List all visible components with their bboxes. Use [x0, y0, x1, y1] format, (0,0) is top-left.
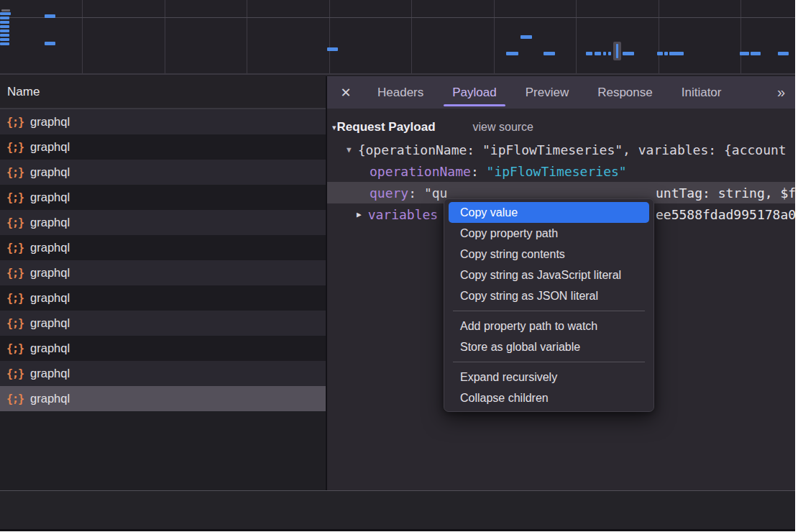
section-title: Request Payload — [337, 120, 436, 134]
json-key: query — [370, 185, 408, 201]
context-menu-item-add-property-path-to-watch[interactable]: Add property path to watch — [449, 316, 649, 336]
json-request-icon: {;} — [6, 393, 24, 405]
timeline-request-bar — [506, 52, 518, 55]
statusbar — [0, 491, 795, 529]
request-row-graphql[interactable]: {;}graphql — [0, 386, 326, 411]
tab-response[interactable]: Response — [583, 76, 667, 109]
request-name: graphql — [30, 191, 70, 204]
json-key: operationName — [370, 164, 471, 179]
json-separator: : — [471, 164, 487, 179]
request-row-graphql[interactable]: {;}graphql — [0, 185, 326, 210]
json-request-icon: {;} — [6, 166, 24, 179]
timeline-request-bar — [657, 52, 663, 55]
request-row-graphql[interactable]: {;}graphql — [0, 109, 326, 134]
request-name: graphql — [30, 165, 70, 179]
tab-payload[interactable]: Payload — [438, 76, 510, 109]
json-value-fragment-left: "qu — [424, 185, 448, 201]
json-request-icon: {;} — [6, 267, 24, 280]
request-name: graphql — [30, 140, 70, 154]
network-overview-timeline[interactable] — [0, 0, 795, 75]
timeline-request-bar — [751, 52, 761, 55]
timeline-request-bar — [623, 52, 634, 55]
request-row-graphql[interactable]: {;}graphql — [0, 260, 326, 285]
overview-gridline — [247, 0, 247, 73]
timeline-request-bar — [778, 52, 789, 55]
json-request-icon: {;} — [6, 191, 24, 204]
overview-horizontal-gridline — [0, 17, 795, 18]
tab-initiator[interactable]: Initiator — [667, 76, 736, 109]
context-menu-item-store-as-global-variable[interactable]: Store as global variable — [449, 336, 649, 357]
context-menu-item-collapse-children[interactable]: Collapse children — [449, 387, 649, 408]
request-name: graphql — [30, 367, 70, 380]
timeline-request-bar — [0, 21, 9, 24]
request-name: graphql — [30, 241, 70, 254]
context-menu-separator — [453, 362, 645, 362]
timeline-request-bar — [0, 25, 9, 28]
request-row-graphql[interactable]: {;}graphql — [0, 210, 326, 235]
context-menu-item-copy-value[interactable]: Copy value — [449, 202, 649, 223]
json-request-icon: {;} — [6, 141, 24, 154]
close-icon[interactable]: ✕ — [337, 84, 354, 101]
overview-gridline — [494, 0, 495, 73]
json-value-fragment-right: ee5588fdad995178a0 — [656, 203, 795, 225]
timeline-request-bar — [45, 14, 55, 18]
json-prop-operationName[interactable]: operationName: "ipFlowTimeseries" — [327, 160, 795, 182]
request-row-graphql[interactable]: {;}graphql — [0, 311, 326, 336]
context-menu-item-copy-string-as-json-literal[interactable]: Copy string as JSON literal — [449, 285, 649, 306]
timeline-request-bar — [669, 52, 684, 55]
timeline-request-bar — [0, 12, 11, 15]
context-menu-item-expand-recursively[interactable]: Expand recursively — [449, 367, 649, 387]
timeline-request-bar — [664, 52, 668, 55]
expand-triangle-icon[interactable]: ▼ — [347, 145, 352, 155]
json-request-icon: {;} — [6, 242, 24, 254]
context-menu: Copy valueCopy property pathCopy string … — [444, 198, 654, 412]
overview-gridline — [576, 0, 577, 73]
request-row-graphql[interactable]: {;}graphql — [0, 285, 326, 311]
overview-gridline — [329, 0, 330, 73]
timeline-request-bar — [0, 38, 9, 41]
timeline-request-bar — [45, 42, 55, 45]
context-menu-item-copy-string-contents[interactable]: Copy string contents — [449, 244, 649, 265]
request-name: graphql — [30, 392, 70, 405]
request-name: graphql — [30, 266, 70, 280]
request-row-graphql[interactable]: {;}graphql — [0, 235, 326, 260]
name-column-header[interactable]: Name — [0, 76, 326, 109]
context-menu-item-copy-property-path[interactable]: Copy property path — [449, 223, 649, 244]
timeline-request-bar — [1, 9, 10, 12]
timeline-request-bar — [0, 34, 9, 37]
tab-headers[interactable]: Headers — [363, 76, 438, 109]
expand-triangle-icon[interactable]: ▶ — [357, 210, 362, 219]
request-name: graphql — [30, 115, 70, 129]
request-row-graphql[interactable]: {;}graphql — [0, 361, 326, 386]
request-payload-header: ▾ Request Payload view source — [327, 109, 795, 139]
view-source-link[interactable]: view source — [473, 121, 533, 134]
timeline-request-bar — [0, 29, 9, 32]
json-string-value: "ipFlowTimeseries" — [487, 164, 627, 179]
detail-tabbar: ✕ HeadersPayloadPreviewResponseInitiator… — [327, 76, 795, 109]
more-tabs-icon[interactable]: » — [777, 84, 785, 101]
context-menu-separator — [453, 311, 645, 311]
json-request-icon: {;} — [6, 216, 24, 229]
timeline-request-bar — [0, 17, 9, 19]
timeline-hover-bar — [616, 44, 618, 58]
overview-gridline — [659, 0, 659, 73]
request-list: {;}graphql{;}graphql{;}graphql{;}graphql… — [0, 109, 326, 490]
section-collapse-icon[interactable]: ▾ — [332, 123, 336, 132]
request-name: graphql — [30, 216, 70, 229]
overview-gridline — [411, 0, 412, 73]
timeline-request-bar — [603, 52, 606, 55]
request-row-graphql[interactable]: {;}graphql — [0, 134, 326, 160]
request-name: graphql — [30, 341, 70, 355]
window-bottom-edge — [0, 529, 795, 531]
name-column-label: Name — [7, 85, 40, 99]
json-request-icon: {;} — [6, 317, 24, 330]
request-row-graphql[interactable]: {;}graphql — [0, 160, 326, 185]
json-separator: : — [408, 185, 424, 201]
timeline-request-bar — [740, 52, 749, 55]
request-name: graphql — [30, 291, 70, 305]
request-row-graphql[interactable]: {;}graphql — [0, 336, 326, 361]
context-menu-item-copy-string-as-javascript-literal[interactable]: Copy string as JavaScript literal — [449, 265, 649, 285]
tab-preview[interactable]: Preview — [511, 76, 583, 109]
timeline-request-bar — [327, 47, 338, 51]
json-root-row[interactable]: ▼ {operationName: "ipFlowTimeseries", va… — [327, 139, 795, 160]
